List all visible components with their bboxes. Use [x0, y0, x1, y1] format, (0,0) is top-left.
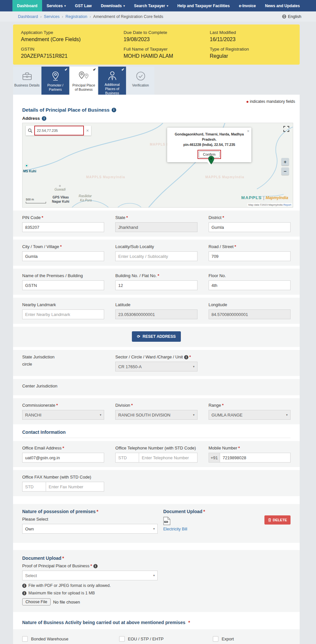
fax-input[interactable] [46, 482, 104, 492]
map-scale: 500 m [26, 198, 46, 203]
city-input[interactable] [22, 251, 104, 261]
page-title: Details of Principal Place of Business i [22, 107, 291, 113]
mandatory-note: indicates mandatory fields [13, 95, 300, 104]
landmark-input[interactable] [22, 309, 104, 319]
map-widget[interactable]: MAPPLS MapmyIndia MAPPLS MapmyIndia MAPP… [22, 123, 293, 208]
nav-help[interactable]: Help and Taxpayer Facilities [173, 0, 234, 11]
breadcrumb-registration[interactable]: Registration [65, 14, 87, 19]
address-label: Address i [22, 116, 291, 121]
tab-promoter-partners[interactable]: ✔ Promoter / Partners [41, 67, 69, 95]
telephone-std-input[interactable] [115, 453, 139, 463]
mobile-input[interactable] [220, 453, 291, 463]
latitude-input [115, 309, 197, 319]
map-search-control: × [26, 126, 91, 135]
summary-label: GSTIN [21, 47, 123, 52]
nav-e-invoice[interactable]: e-Invoice [234, 0, 261, 11]
nav-search-taxpayer[interactable]: Search Taxpayer▾ [130, 0, 173, 11]
chevron-down-icon: ▾ [153, 527, 155, 530]
map-search-input[interactable] [34, 126, 84, 135]
trash-icon [268, 518, 271, 522]
sector-select[interactable]: CR 17650-A▾ [115, 362, 197, 371]
latitude-label: Latitude [115, 302, 197, 307]
tab-label: Principal Place of Business [70, 83, 98, 92]
road-input[interactable] [209, 251, 291, 261]
telephone-label: Office Telephone Number (with STD Code) [115, 446, 197, 450]
nav-news[interactable]: News and Updates [261, 0, 305, 11]
nav-dashboard[interactable]: Dashboard [12, 0, 42, 11]
premises-input[interactable] [22, 280, 104, 290]
nav-gst-law[interactable]: GST Law [71, 0, 96, 11]
nav-services[interactable]: Services▾ [42, 0, 71, 11]
fullscreen-icon[interactable] [283, 126, 290, 132]
application-summary: Application TypeAmendment (Core Fields) … [13, 24, 300, 65]
reset-address-button[interactable]: ⟳ RESET ADDRESS [132, 331, 181, 342]
place-label: Rasãldar [79, 194, 92, 198]
wizard-steps: Business Details ✔ Promoter / Partners ✔… [13, 67, 154, 95]
breadcrumb-services[interactable]: Services [44, 14, 59, 19]
popup-address: Gondagaonkhurd, Timarni, Harda, Madhya P… [173, 132, 245, 147]
zoom-in-button[interactable]: + [281, 158, 289, 165]
caret-down-icon: ▾ [123, 4, 125, 8]
check-icon: ✔ [121, 68, 124, 72]
application-type: Amendment (Core Fields) [21, 37, 123, 42]
premises-label: Name of the Premises / Building [22, 273, 104, 278]
electricity-bill-link[interactable]: Electricity Bill [163, 527, 264, 531]
checkbox[interactable] [22, 636, 28, 642]
contact-row-1: Office Email Address Office Telephone Nu… [13, 441, 300, 467]
checkbox[interactable] [119, 636, 125, 642]
address-row-3: Name of the Premises / Building Building… [13, 269, 300, 295]
registration-type: Regular [210, 53, 292, 59]
chevron-down-icon: ▾ [100, 413, 102, 416]
tab-verification[interactable]: Verification [127, 67, 154, 95]
popup-close-icon[interactable]: × [247, 129, 249, 134]
map-pin-marker[interactable] [208, 156, 214, 166]
fax-std-input[interactable] [22, 482, 46, 492]
city-label: City / Town / Village [22, 244, 104, 249]
checkbox-export[interactable]: Export [213, 636, 291, 642]
tab-business-details[interactable]: Business Details [13, 67, 41, 95]
info-icon[interactable]: i [112, 108, 116, 112]
possession-select[interactable]: Own▾ [22, 524, 158, 534]
district-label: District [209, 215, 291, 220]
tab-additional-places[interactable]: ✔ Additional Places of Business [98, 67, 126, 95]
language-selector[interactable]: English [282, 14, 301, 19]
building-input[interactable] [115, 280, 197, 290]
proof-label: Proof of Principal Place of Business i [22, 563, 291, 568]
zoom-out-button[interactable]: − [281, 167, 289, 175]
checkbox-eou-stp-ehtp[interactable]: EOU / STP / EHTP [119, 636, 203, 642]
sector-label: Sector / Circle / Ward /Charge / Unit i [115, 354, 197, 359]
division-select[interactable]: RANCHI SOUTH DIVISION▾ [115, 410, 197, 420]
possession-title: Nature of possession of premises [22, 509, 163, 514]
info-icon[interactable]: i [184, 355, 188, 359]
choose-file-button[interactable]: Choose File [22, 598, 51, 605]
place-marker [59, 185, 61, 187]
breadcrumb-dashboard[interactable]: Dashboard [18, 14, 38, 19]
document-upload-2-title: Document Upload [22, 556, 291, 561]
map-search-icon[interactable] [26, 126, 34, 135]
delete-button[interactable]: DELETE [264, 515, 291, 525]
info-icon[interactable]: i [42, 116, 46, 121]
pin-code-input[interactable] [22, 222, 104, 232]
map-search-clear-icon[interactable]: × [84, 126, 91, 135]
report-link[interactable]: Report [283, 203, 291, 206]
telephone-input[interactable] [139, 453, 197, 463]
longitude-label: Longitude [209, 302, 291, 307]
caret-down-icon: ▾ [167, 4, 168, 8]
contact-row-2: Office FAX Number (with STD Code) [13, 470, 300, 496]
checkbox-bonded-warehouse[interactable]: Bonded Warehouse [22, 636, 109, 642]
proof-select[interactable]: Select▾ [22, 571, 158, 580]
email-input[interactable] [22, 453, 104, 463]
info-icon[interactable]: i [93, 564, 98, 568]
fax-label: Office FAX Number (with STD Code) [22, 475, 104, 479]
mappls-logo: MAPPLS | MapmyIndia [241, 195, 288, 200]
district-input[interactable] [209, 222, 291, 232]
range-select[interactable]: GUMLA RANGE▾ [209, 410, 291, 420]
chevron-down-icon: ▾ [193, 365, 195, 368]
tab-principal-place[interactable]: ✔ Principal Place of Business [70, 67, 98, 95]
locality-input[interactable] [115, 251, 197, 261]
commissionerate-select[interactable]: RANCHI▾ [22, 410, 104, 420]
floor-input[interactable] [209, 280, 291, 290]
nav-downloads[interactable]: Downloads▾ [96, 0, 130, 11]
checkbox[interactable] [213, 636, 218, 642]
document-upload-title: Document Upload [163, 509, 264, 514]
